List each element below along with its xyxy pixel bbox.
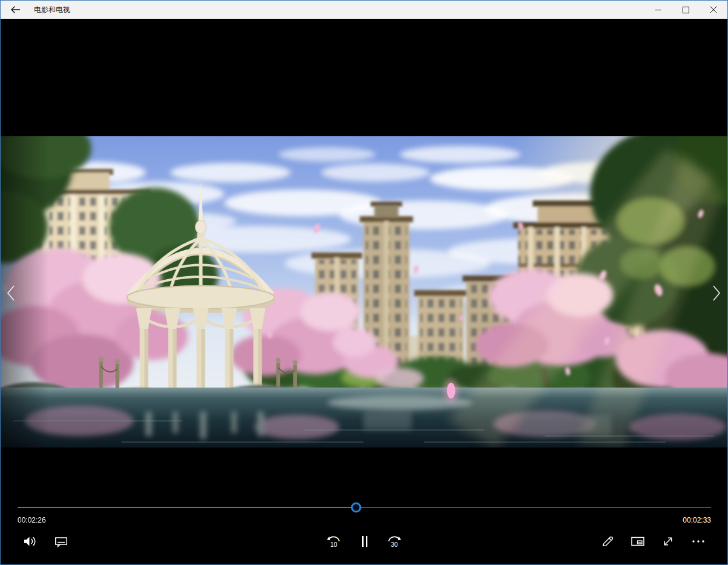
skip-back-10-icon: 10 bbox=[326, 534, 342, 549]
subtitles-button[interactable] bbox=[49, 529, 73, 553]
maximize-button[interactable] bbox=[672, 1, 700, 19]
video-art bbox=[1, 136, 727, 448]
window-controls bbox=[644, 1, 727, 19]
seek-thumb[interactable] bbox=[351, 503, 361, 513]
app-title: 电影和电视 bbox=[34, 1, 70, 19]
seek-fill bbox=[18, 507, 356, 508]
close-button[interactable] bbox=[700, 1, 727, 19]
mini-player-icon bbox=[630, 534, 646, 549]
back-arrow-icon bbox=[10, 5, 21, 15]
volume-button[interactable] bbox=[18, 529, 42, 553]
skip-back-10-button[interactable]: 10 bbox=[322, 529, 346, 553]
video-frame[interactable] bbox=[1, 136, 727, 448]
skip-forward-30-button[interactable]: 30 bbox=[382, 529, 406, 553]
fullscreen-icon bbox=[661, 534, 675, 549]
back-button[interactable] bbox=[1, 1, 30, 19]
seek-bar[interactable] bbox=[18, 503, 711, 512]
pause-icon bbox=[358, 534, 371, 549]
edit-button[interactable] bbox=[595, 529, 620, 553]
more-options-button[interactable] bbox=[686, 529, 710, 553]
pause-button[interactable] bbox=[352, 529, 377, 553]
remaining-time: 00:02:33 bbox=[683, 516, 711, 524]
skip-forward-30-icon: 30 bbox=[386, 534, 402, 549]
subtitles-icon bbox=[54, 534, 68, 549]
previous-button[interactable] bbox=[3, 283, 19, 303]
minimize-icon bbox=[655, 7, 661, 13]
maximize-icon bbox=[683, 7, 689, 13]
next-button[interactable] bbox=[709, 283, 724, 303]
svg-text:30: 30 bbox=[391, 541, 398, 548]
elapsed-time: 00:02:26 bbox=[18, 516, 46, 524]
volume-icon bbox=[22, 534, 38, 549]
chevron-left-icon bbox=[6, 284, 16, 302]
minimize-button[interactable] bbox=[644, 1, 672, 19]
svg-text:10: 10 bbox=[330, 541, 337, 548]
more-dots-icon bbox=[690, 534, 706, 549]
mini-player-button[interactable] bbox=[626, 529, 650, 553]
fullscreen-button[interactable] bbox=[656, 529, 680, 553]
edit-pencil-icon bbox=[600, 534, 615, 549]
chevron-right-icon bbox=[712, 284, 721, 302]
titlebar: 电影和电视 bbox=[1, 1, 727, 19]
player-area: 00:02:26 00:02:33 10 bbox=[1, 19, 727, 564]
app-window: 电影和电视 bbox=[0, 0, 728, 565]
close-icon bbox=[710, 6, 717, 13]
seek-track[interactable] bbox=[18, 507, 711, 508]
